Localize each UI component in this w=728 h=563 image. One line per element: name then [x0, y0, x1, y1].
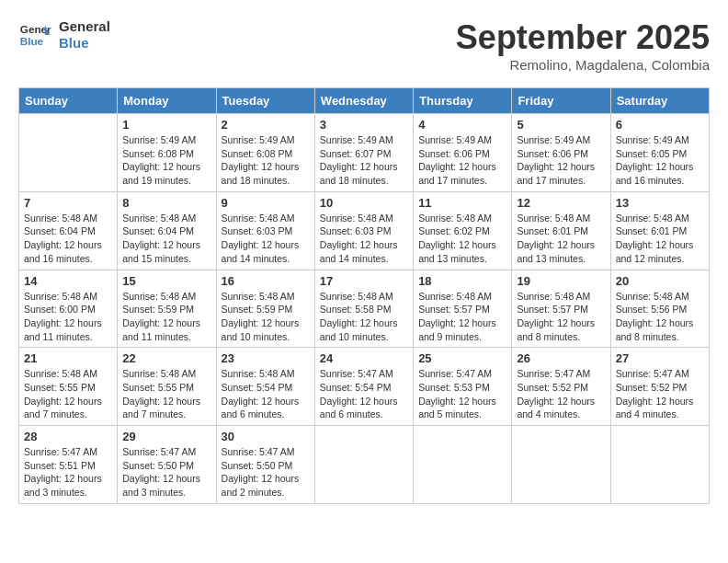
- calendar-cell: 2Sunrise: 5:49 AM Sunset: 6:08 PM Daylig…: [216, 114, 314, 192]
- day-number: 2: [222, 118, 310, 132]
- logo: General Blue General Blue: [18, 18, 110, 52]
- day-number: 28: [24, 430, 112, 443]
- day-number: 24: [320, 351, 408, 365]
- day-number: 14: [24, 274, 112, 288]
- calendar-cell: 17Sunrise: 5:48 AM Sunset: 5:58 PM Dayli…: [314, 270, 413, 348]
- day-info: Sunrise: 5:48 AM Sunset: 5:54 PM Dayligh…: [222, 367, 310, 421]
- calendar-cell: 20Sunrise: 5:48 AM Sunset: 5:56 PM Dayli…: [610, 270, 709, 348]
- day-info: Sunrise: 5:48 AM Sunset: 6:01 PM Dayligh…: [616, 212, 704, 266]
- day-number: 20: [616, 274, 704, 288]
- day-info: Sunrise: 5:47 AM Sunset: 5:51 PM Dayligh…: [24, 445, 112, 500]
- calendar-cell: 23Sunrise: 5:48 AM Sunset: 5:54 PM Dayli…: [216, 348, 314, 426]
- day-number: 7: [24, 196, 112, 210]
- calendar-cell: 3Sunrise: 5:49 AM Sunset: 6:07 PM Daylig…: [314, 114, 413, 192]
- day-info: Sunrise: 5:47 AM Sunset: 5:52 PM Dayligh…: [616, 367, 704, 421]
- day-info: Sunrise: 5:48 AM Sunset: 5:57 PM Dayligh…: [418, 290, 506, 344]
- calendar-cell: 28Sunrise: 5:47 AM Sunset: 5:51 PM Dayli…: [19, 426, 118, 504]
- day-number: 9: [222, 196, 310, 210]
- day-info: Sunrise: 5:48 AM Sunset: 5:56 PM Dayligh…: [616, 290, 704, 344]
- week-row-4: 21Sunrise: 5:48 AM Sunset: 5:55 PM Dayli…: [19, 348, 710, 426]
- calendar-cell: [610, 426, 709, 504]
- calendar-cell: 8Sunrise: 5:48 AM Sunset: 6:04 PM Daylig…: [118, 191, 216, 270]
- day-info: Sunrise: 5:49 AM Sunset: 6:05 PM Dayligh…: [616, 133, 704, 188]
- day-info: Sunrise: 5:49 AM Sunset: 6:06 PM Dayligh…: [517, 133, 605, 188]
- day-number: 10: [320, 196, 408, 210]
- day-info: Sunrise: 5:47 AM Sunset: 5:50 PM Dayligh…: [222, 445, 310, 500]
- header: General Blue General Blue September 2025…: [18, 18, 710, 73]
- calendar-cell: [314, 426, 413, 504]
- day-info: Sunrise: 5:47 AM Sunset: 5:53 PM Dayligh…: [418, 367, 506, 421]
- weekday-header-friday: Friday: [512, 88, 610, 114]
- day-info: Sunrise: 5:48 AM Sunset: 6:04 PM Dayligh…: [24, 212, 112, 266]
- day-info: Sunrise: 5:48 AM Sunset: 6:03 PM Dayligh…: [320, 212, 408, 266]
- week-row-3: 14Sunrise: 5:48 AM Sunset: 6:00 PM Dayli…: [19, 270, 710, 348]
- day-info: Sunrise: 5:47 AM Sunset: 5:52 PM Dayligh…: [517, 367, 605, 421]
- day-number: 30: [222, 430, 310, 443]
- calendar-cell: 30Sunrise: 5:47 AM Sunset: 5:50 PM Dayli…: [216, 426, 314, 504]
- day-number: 26: [517, 351, 605, 365]
- day-number: 11: [418, 196, 506, 210]
- day-number: 18: [418, 274, 506, 288]
- calendar-cell: 7Sunrise: 5:48 AM Sunset: 6:04 PM Daylig…: [19, 191, 118, 270]
- day-info: Sunrise: 5:48 AM Sunset: 6:04 PM Dayligh…: [122, 212, 210, 266]
- day-number: 17: [320, 274, 408, 288]
- calendar-cell: [19, 114, 118, 192]
- day-info: Sunrise: 5:48 AM Sunset: 5:59 PM Dayligh…: [122, 290, 210, 344]
- weekday-header-wednesday: Wednesday: [314, 88, 413, 114]
- day-info: Sunrise: 5:49 AM Sunset: 6:06 PM Dayligh…: [418, 133, 506, 188]
- day-number: 13: [616, 196, 704, 210]
- calendar-cell: 29Sunrise: 5:47 AM Sunset: 5:50 PM Dayli…: [118, 426, 216, 504]
- day-info: Sunrise: 5:49 AM Sunset: 6:08 PM Dayligh…: [222, 133, 310, 188]
- day-number: 27: [616, 351, 704, 365]
- day-number: 15: [122, 274, 210, 288]
- day-number: 5: [517, 118, 605, 132]
- calendar-cell: 14Sunrise: 5:48 AM Sunset: 6:00 PM Dayli…: [19, 270, 118, 348]
- calendar-cell: 10Sunrise: 5:48 AM Sunset: 6:03 PM Dayli…: [314, 191, 413, 270]
- calendar-cell: 19Sunrise: 5:48 AM Sunset: 5:57 PM Dayli…: [512, 270, 610, 348]
- day-number: 19: [517, 274, 605, 288]
- calendar-cell: 25Sunrise: 5:47 AM Sunset: 5:53 PM Dayli…: [414, 348, 512, 426]
- day-info: Sunrise: 5:48 AM Sunset: 6:00 PM Dayligh…: [24, 290, 112, 344]
- calendar-cell: 22Sunrise: 5:48 AM Sunset: 5:55 PM Dayli…: [118, 348, 216, 426]
- day-number: 16: [222, 274, 310, 288]
- day-number: 1: [122, 118, 210, 132]
- calendar-cell: 15Sunrise: 5:48 AM Sunset: 5:59 PM Dayli…: [118, 270, 216, 348]
- day-info: Sunrise: 5:48 AM Sunset: 6:02 PM Dayligh…: [418, 212, 506, 266]
- day-info: Sunrise: 5:47 AM Sunset: 5:54 PM Dayligh…: [320, 367, 408, 421]
- calendar-cell: 18Sunrise: 5:48 AM Sunset: 5:57 PM Dayli…: [414, 270, 512, 348]
- day-info: Sunrise: 5:48 AM Sunset: 5:57 PM Dayligh…: [517, 290, 605, 344]
- calendar-cell: 13Sunrise: 5:48 AM Sunset: 6:01 PM Dayli…: [610, 191, 709, 270]
- calendar-cell: 26Sunrise: 5:47 AM Sunset: 5:52 PM Dayli…: [512, 348, 610, 426]
- day-number: 4: [418, 118, 506, 132]
- day-number: 22: [122, 351, 210, 365]
- day-number: 25: [418, 351, 506, 365]
- day-info: Sunrise: 5:48 AM Sunset: 5:55 PM Dayligh…: [24, 367, 112, 421]
- day-number: 12: [517, 196, 605, 210]
- calendar-cell: 11Sunrise: 5:48 AM Sunset: 6:02 PM Dayli…: [414, 191, 512, 270]
- weekday-header-row: SundayMondayTuesdayWednesdayThursdayFrid…: [19, 88, 710, 114]
- svg-text:Blue: Blue: [20, 35, 44, 47]
- day-info: Sunrise: 5:49 AM Sunset: 6:08 PM Dayligh…: [122, 133, 210, 188]
- day-info: Sunrise: 5:49 AM Sunset: 6:07 PM Dayligh…: [320, 133, 408, 188]
- week-row-1: 1Sunrise: 5:49 AM Sunset: 6:08 PM Daylig…: [19, 114, 710, 192]
- calendar-cell: 1Sunrise: 5:49 AM Sunset: 6:08 PM Daylig…: [118, 114, 216, 192]
- day-number: 3: [320, 118, 408, 132]
- calendar-cell: 9Sunrise: 5:48 AM Sunset: 6:03 PM Daylig…: [216, 191, 314, 270]
- title-section: September 2025 Remolino, Magdalena, Colo…: [456, 18, 710, 73]
- calendar-table: SundayMondayTuesdayWednesdayThursdayFrid…: [18, 87, 710, 504]
- calendar-cell: 16Sunrise: 5:48 AM Sunset: 5:59 PM Dayli…: [216, 270, 314, 348]
- calendar-cell: 5Sunrise: 5:49 AM Sunset: 6:06 PM Daylig…: [512, 114, 610, 192]
- calendar-cell: 21Sunrise: 5:48 AM Sunset: 5:55 PM Dayli…: [19, 348, 118, 426]
- logo-icon: General Blue: [18, 18, 51, 52]
- calendar-cell: 24Sunrise: 5:47 AM Sunset: 5:54 PM Dayli…: [314, 348, 413, 426]
- day-info: Sunrise: 5:48 AM Sunset: 5:59 PM Dayligh…: [222, 290, 310, 344]
- day-number: 21: [24, 351, 112, 365]
- day-info: Sunrise: 5:48 AM Sunset: 5:58 PM Dayligh…: [320, 290, 408, 344]
- location-subtitle: Remolino, Magdalena, Colombia: [456, 57, 710, 73]
- weekday-header-sunday: Sunday: [19, 88, 118, 114]
- day-number: 29: [122, 430, 210, 443]
- calendar-cell: 4Sunrise: 5:49 AM Sunset: 6:06 PM Daylig…: [414, 114, 512, 192]
- day-number: 23: [222, 351, 310, 365]
- logo-blue: Blue: [59, 35, 110, 52]
- day-number: 6: [616, 118, 704, 132]
